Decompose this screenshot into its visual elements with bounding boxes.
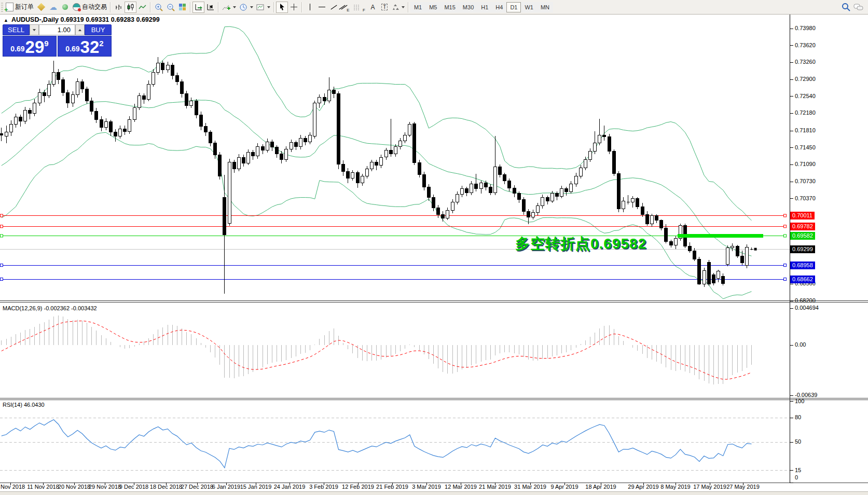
candle-bullish: [532, 212, 535, 217]
candle-bullish: [309, 135, 312, 142]
fibonacci-tool-button[interactable]: F: [352, 2, 367, 13]
timeframe-button-h1[interactable]: H1: [477, 2, 492, 12]
sell-price-button[interactable]: 0.69 29 9: [3, 36, 57, 57]
candle-bullish: [104, 122, 107, 128]
candle-bearish: [43, 93, 46, 96]
toolbar-separator: [301, 2, 302, 12]
sell-button[interactable]: SELL: [3, 24, 30, 35]
shapes-icon: [392, 4, 399, 10]
text-label-tool-button[interactable]: T: [379, 2, 391, 13]
candle-bearish: [332, 90, 335, 93]
timeframe-button-m30[interactable]: M30: [459, 2, 477, 12]
candle-bullish: [702, 270, 706, 284]
collapse-panel-icon[interactable]: ▲: [4, 18, 8, 23]
candle-bullish: [451, 202, 454, 210]
bar-chart-button[interactable]: [113, 2, 125, 13]
candle-bullish: [157, 63, 160, 72]
volume-increase-button[interactable]: [75, 24, 85, 35]
chart-shift-button[interactable]: [204, 2, 216, 13]
timeframe-button-m1[interactable]: M1: [410, 2, 425, 12]
metaeditor-button[interactable]: [35, 2, 47, 13]
chart-annotation-text[interactable]: 多空转折点0.69582: [515, 234, 646, 254]
candle-bearish: [261, 146, 264, 150]
line-handle-icon[interactable]: [784, 235, 787, 237]
timeframe-button-m15[interactable]: M15: [440, 2, 459, 12]
line-handle-icon[interactable]: [784, 225, 787, 228]
candle-bullish: [9, 124, 12, 132]
zoom-in-icon: [155, 3, 163, 11]
auto-trading-button[interactable]: 自动交易: [71, 2, 108, 13]
candle-bullish: [256, 146, 259, 156]
candle-bearish: [636, 198, 639, 207]
candle-bullish: [598, 135, 601, 143]
buy-button[interactable]: BUY: [85, 24, 112, 35]
line-handle-icon[interactable]: [784, 214, 787, 217]
volume-input[interactable]: 1.00: [39, 24, 75, 35]
rsi-line: [2, 420, 752, 468]
zoom-out-button[interactable]: [164, 2, 176, 13]
candle-bullish: [365, 169, 368, 176]
line-handle-icon[interactable]: [1, 264, 3, 267]
candle-bearish: [499, 167, 502, 174]
candle-bearish: [422, 175, 425, 187]
line-handle-icon[interactable]: [784, 278, 787, 281]
candle-bearish: [603, 135, 606, 137]
highlight-trendline-segment[interactable]: [678, 234, 763, 238]
current-bar-marker-icon: [754, 248, 757, 251]
line-chart-button[interactable]: [136, 2, 148, 13]
volume-decrease-button[interactable]: [30, 24, 39, 35]
timeframe-toolbar: M1M5M15M30H1H4D1W1MN: [410, 2, 553, 12]
candle-bullish: [404, 135, 407, 141]
candle-bullish: [190, 101, 193, 105]
text-tool-button[interactable]: A: [367, 2, 379, 13]
zoom-in-button[interactable]: [153, 2, 164, 13]
line-handle-icon[interactable]: [1, 214, 3, 217]
candle-bearish: [342, 164, 345, 172]
news-button[interactable]: [59, 2, 71, 13]
periods-button[interactable]: [238, 2, 255, 13]
indicators-button[interactable]: [221, 2, 238, 13]
trendline-tool-button[interactable]: [328, 2, 340, 13]
new-order-button[interactable]: 新订单: [4, 2, 35, 13]
candle-bearish: [337, 93, 340, 164]
candle-bearish: [90, 101, 93, 112]
timeframe-button-mn[interactable]: MN: [537, 2, 553, 12]
templates-button[interactable]: [255, 2, 272, 13]
timeframe-button-h4[interactable]: H4: [492, 2, 506, 12]
shapes-tool-button[interactable]: [391, 2, 406, 13]
trendline-icon: [330, 5, 337, 9]
crosshair-tool-button[interactable]: [288, 2, 300, 13]
channel-tool-button[interactable]: E: [340, 2, 352, 13]
timeframe-button-d1[interactable]: D1: [506, 2, 521, 12]
chat-button[interactable]: [852, 2, 865, 13]
cursor-tool-button[interactable]: [276, 2, 288, 13]
line-handle-icon[interactable]: [784, 264, 787, 267]
tile-windows-button[interactable]: [176, 2, 188, 13]
sell-price-prefix: 0.69: [10, 45, 24, 53]
candle-bearish: [546, 197, 549, 201]
text-label-icon: T: [381, 4, 388, 10]
candle-bearish: [740, 256, 743, 263]
candle-bullish: [579, 168, 582, 176]
line-handle-icon[interactable]: [1, 235, 3, 237]
candle-bearish: [612, 151, 615, 174]
timeframe-button-w1[interactable]: W1: [521, 2, 537, 12]
search-button[interactable]: [840, 2, 852, 13]
candle-bearish: [204, 127, 207, 132]
candle-bullish: [674, 238, 677, 245]
line-handle-icon[interactable]: [1, 225, 3, 228]
candle-bearish: [29, 110, 32, 113]
toolbar: 新订单 ☁ 自动交易: [0, 0, 868, 15]
candle-bullish: [594, 143, 597, 151]
vertical-line-tool-button[interactable]: [304, 2, 316, 13]
timeframe-button-m5[interactable]: M5: [425, 2, 440, 12]
buy-price-button[interactable]: 0.69 32 2: [58, 36, 112, 57]
market-watch-button[interactable]: ☁: [47, 2, 59, 13]
chart-canvas[interactable]: [0, 0, 868, 495]
horizontal-line-tool-button[interactable]: [316, 2, 328, 13]
candle-bullish: [541, 197, 544, 205]
line-handle-icon[interactable]: [1, 278, 3, 281]
auto-scroll-button[interactable]: [192, 2, 204, 13]
candlestick-chart-button[interactable]: [125, 2, 136, 13]
candle-bullish: [631, 198, 635, 202]
